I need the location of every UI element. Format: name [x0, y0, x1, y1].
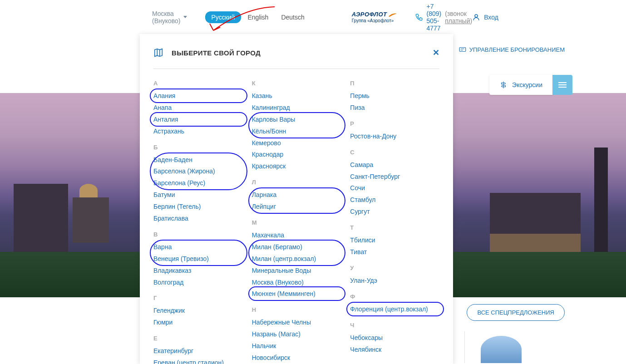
letter-heading: Ф	[350, 293, 439, 300]
city-link[interactable]: Гюмри	[153, 317, 243, 329]
phone-block: +7 (809) 505-4777 (звонок платный)	[415, 3, 473, 32]
city-link[interactable]: Самара	[350, 159, 439, 171]
city-link[interactable]: Батуми	[153, 189, 243, 201]
phone-number[interactable]: +7 (809) 505-4777	[427, 3, 442, 32]
svg-rect-1	[459, 48, 466, 52]
lang-ru[interactable]: Русский	[205, 11, 242, 23]
city-link[interactable]: Пермь	[350, 90, 439, 102]
brand-logo[interactable]: АЭРОФЛОТ Группа «Аэрофлот»	[352, 11, 397, 23]
city-link[interactable]: Берлин (Тегель)	[153, 201, 243, 213]
svg-point-0	[475, 15, 478, 17]
letter-heading: Ч	[350, 322, 439, 329]
letter-heading: В	[153, 231, 243, 238]
city-link[interactable]: Казань	[252, 90, 341, 102]
chevron-down-icon	[183, 16, 187, 18]
tabs-row: Экскурсии	[489, 75, 572, 95]
city-link[interactable]: Улан-Удэ	[350, 275, 439, 287]
city-link[interactable]: Ростов-на-Дону	[350, 131, 439, 143]
city-link[interactable]: Ларнака	[252, 189, 341, 201]
tab-excursions[interactable]: Экскурсии	[489, 75, 552, 95]
city-link[interactable]: Варна	[153, 241, 243, 253]
city-link[interactable]: Сочи	[350, 182, 439, 194]
city-link[interactable]: Санкт-Петербург	[350, 171, 439, 183]
close-icon[interactable]: ✕	[433, 48, 439, 58]
topbar: Москва (Внуково) Русский English Deutsch…	[0, 0, 626, 34]
city-link[interactable]: Красноярск	[252, 161, 341, 172]
city-link[interactable]: Новосибирск	[252, 352, 341, 364]
city-link[interactable]: Стамбул	[350, 194, 439, 206]
letter-heading: Т	[350, 224, 439, 231]
city-link[interactable]: Ереван (центр.стадион)	[153, 357, 243, 364]
city-link[interactable]: Братислава	[153, 213, 243, 225]
letter-heading: П	[350, 80, 439, 87]
hamburger-icon	[558, 84, 567, 85]
phone-icon	[415, 13, 423, 21]
city-link[interactable]: Милан (центр.вокзал)	[252, 253, 341, 265]
modal-header: ВЫБЕРИТЕ СВОЙ ГОРОД ✕	[153, 48, 439, 69]
city-link[interactable]: Карловы Вары	[252, 114, 341, 126]
user-icon	[472, 13, 480, 21]
letter-heading: Б	[153, 144, 243, 151]
city-link[interactable]: Краснодар	[252, 149, 341, 161]
letter-heading: С	[350, 149, 439, 156]
all-offers-button[interactable]: ВСЕ СПЕЦПРЕДЛОЖЕНИЯ	[467, 304, 565, 321]
city-link[interactable]: Мюнхен (Мемминген)	[252, 288, 341, 300]
letter-heading: А	[153, 80, 243, 87]
city-link[interactable]: Минеральные Воды	[252, 265, 341, 277]
city-selector[interactable]: Москва (Внуково)	[152, 10, 187, 25]
secondary-nav: АЦИЯ УПРАВЛЕНИЕ БРОНИРОВАНИЕМ	[434, 45, 565, 54]
city-link[interactable]: Баден-Баден	[153, 154, 243, 166]
lang-de[interactable]: Deutsch	[275, 11, 311, 23]
map-icon	[153, 48, 163, 58]
city-link[interactable]: Набережные Челны	[252, 317, 341, 329]
letter-heading: Н	[252, 306, 341, 313]
city-link[interactable]: Лейпциг	[252, 201, 341, 213]
letter-heading: М	[252, 219, 341, 226]
city-link[interactable]: Анапа	[153, 102, 243, 114]
modal-title: ВЫБЕРИТЕ СВОЙ ГОРОД	[172, 49, 261, 57]
letter-heading: Р	[350, 120, 439, 127]
city-modal: ВЫБЕРИТЕ СВОЙ ГОРОД ✕ ААланияАнапаАнтали…	[140, 34, 453, 364]
city-link[interactable]: Тбилиси	[350, 235, 439, 246]
language-switcher: Русский English Deutsch	[205, 11, 311, 23]
city-link[interactable]: Екатеринбург	[153, 345, 243, 357]
letter-heading: К	[252, 80, 341, 87]
lang-en[interactable]: English	[241, 11, 275, 23]
city-link[interactable]: Москва (Внуково)	[252, 277, 341, 289]
city-link[interactable]: Барселона (Реус)	[153, 177, 243, 189]
phone-note: (звонок платный)	[445, 10, 472, 25]
city-link[interactable]: Чебоксары	[350, 332, 439, 344]
city-link[interactable]: Тиват	[350, 246, 439, 258]
city-link[interactable]: Венеция (Тревизо)	[153, 253, 243, 265]
city-link[interactable]: Махачкала	[252, 230, 341, 241]
city-columns: ААланияАнапаАнталияАстраханьББаден-Баден…	[153, 80, 439, 364]
city-link[interactable]: Геленджик	[153, 305, 243, 317]
city-link[interactable]: Милан (Бергамо)	[252, 241, 341, 253]
city-link[interactable]: Флоренция (центр.вокзал)	[350, 304, 439, 315]
login-link[interactable]: Вход	[472, 13, 498, 21]
city-link[interactable]: Алания	[153, 90, 243, 102]
city-link[interactable]: Астрахань	[153, 126, 243, 138]
city-link[interactable]: Барселона (Жирона)	[153, 166, 243, 177]
ticket-icon	[458, 45, 467, 54]
city-link[interactable]: Калининград	[252, 102, 341, 114]
nav-booking[interactable]: УПРАВЛЕНИЕ БРОНИРОВАНИЕМ	[458, 45, 565, 54]
city-link[interactable]: Волгоград	[153, 277, 243, 289]
city-link[interactable]: Сургут	[350, 206, 439, 218]
city-link[interactable]: Челябинск	[350, 344, 439, 356]
signpost-icon	[499, 81, 508, 89]
letter-heading: Л	[252, 179, 341, 186]
letter-heading: Е	[153, 335, 243, 342]
city-link[interactable]: Пиза	[350, 102, 439, 114]
offer-thumbnail[interactable]	[481, 336, 522, 363]
city-link[interactable]: Владикавказ	[153, 265, 243, 277]
menu-button[interactable]	[552, 75, 572, 95]
city-link[interactable]: Кемерово	[252, 138, 341, 149]
city-link[interactable]: Назрань (Магас)	[252, 329, 341, 340]
letter-heading: Г	[153, 295, 243, 301]
city-link[interactable]: Анталия	[153, 114, 243, 126]
city-link[interactable]: Нальчик	[252, 340, 341, 352]
city-link[interactable]: Кёльн/Бонн	[252, 126, 341, 138]
letter-heading: У	[350, 265, 439, 271]
divider	[464, 331, 465, 363]
